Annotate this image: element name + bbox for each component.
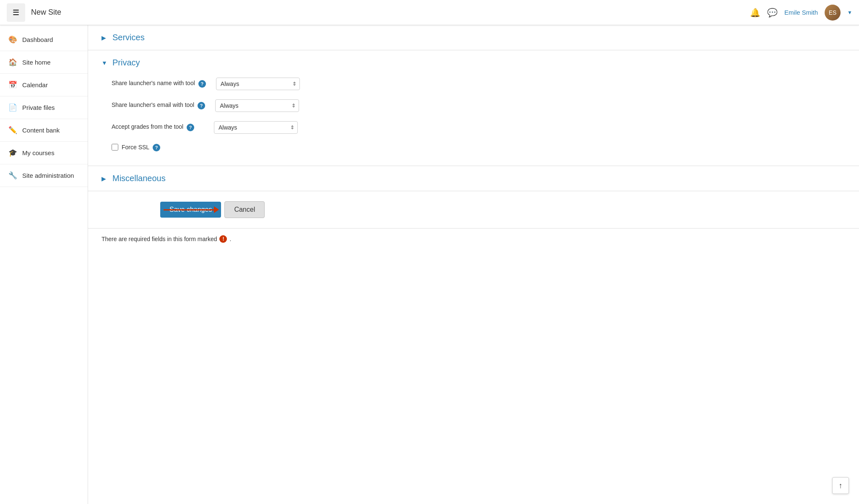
- arrow-indicator: [164, 206, 219, 213]
- graduation-icon: 🎓: [8, 148, 17, 157]
- required-icon: !: [219, 235, 227, 243]
- force-ssl-label[interactable]: Force SSL: [122, 144, 149, 151]
- miscellaneous-section-title: Miscellaneous: [112, 174, 166, 183]
- required-fields-notice: There are required fields in this form m…: [88, 229, 859, 249]
- share-name-select-wrapper: Always Never Ask ⇕: [216, 78, 300, 90]
- notification-icon[interactable]: 🔔: [750, 8, 760, 18]
- accept-grades-help-icon[interactable]: ?: [187, 124, 194, 131]
- privacy-chevron-icon: ▼: [102, 60, 108, 66]
- sidebar-label-site-admin: Site administration: [22, 172, 74, 179]
- force-ssl-row: Force SSL ?: [102, 143, 846, 151]
- pencil-icon: ✏️: [8, 126, 17, 135]
- header-right: 🔔 💬 Emile Smith ES ▼: [750, 5, 852, 21]
- share-email-select-wrapper: Always Never Ask ⇕: [215, 99, 299, 112]
- share-name-select[interactable]: Always Never Ask: [216, 78, 300, 90]
- wrench-icon: 🔧: [8, 171, 17, 180]
- sidebar-label-my-courses: My courses: [22, 149, 55, 156]
- sidebar-label-calendar: Calendar: [22, 81, 48, 88]
- username-link[interactable]: Emile Smith: [784, 9, 818, 16]
- accept-grades-select[interactable]: Always Never Ask: [214, 121, 298, 134]
- share-name-help-icon[interactable]: ?: [198, 80, 206, 88]
- sidebar-label-site-home: Site home: [22, 59, 51, 66]
- share-email-label: Share launcher's email with tool: [112, 101, 194, 109]
- sidebar-item-site-admin[interactable]: 🔧 Site administration: [0, 164, 88, 187]
- sidebar-label-private-files: Private files: [22, 104, 55, 111]
- arrow-head: [214, 206, 219, 213]
- dashboard-icon: 🎨: [8, 35, 17, 44]
- privacy-section-header[interactable]: ▼ Privacy: [102, 58, 846, 68]
- accept-grades-row: Accept grades from the tool ? Always Nev…: [102, 121, 846, 134]
- share-name-label-group: Share launcher's name with tool ?: [112, 78, 206, 88]
- sidebar-label-dashboard: Dashboard: [22, 36, 53, 43]
- share-email-row: Share launcher's email with tool ? Alway…: [102, 99, 846, 112]
- sidebar-item-my-courses[interactable]: 🎓 My courses: [0, 142, 88, 164]
- required-notice-text: There are required fields in this form m…: [102, 236, 217, 242]
- privacy-section: ▼ Privacy Share launcher's name with too…: [88, 50, 859, 166]
- menu-toggle-button[interactable]: ☰: [7, 3, 25, 22]
- miscellaneous-chevron-icon: ▶: [102, 175, 108, 182]
- share-name-label: Share launcher's name with tool: [112, 79, 195, 88]
- accept-grades-select-wrapper: Always Never Ask ⇕: [214, 121, 298, 134]
- header: ☰ New Site 🔔 💬 Emile Smith ES ▼: [0, 0, 859, 25]
- miscellaneous-section: ▶ Miscellaneous: [88, 166, 859, 191]
- avatar[interactable]: ES: [825, 5, 841, 21]
- sidebar-item-site-home[interactable]: 🏠 Site home: [0, 51, 88, 74]
- privacy-section-title: Privacy: [112, 58, 140, 68]
- form-buttons-section: Save changes Cancel: [88, 191, 859, 229]
- sidebar-item-private-files[interactable]: 📄 Private files: [0, 96, 88, 119]
- services-section-title: Services: [112, 33, 145, 42]
- miscellaneous-section-header[interactable]: ▶ Miscellaneous: [102, 174, 846, 183]
- sidebar-label-content-bank: Content bank: [22, 127, 60, 134]
- force-ssl-help-icon[interactable]: ?: [153, 144, 160, 151]
- services-chevron-icon: ▶: [102, 34, 108, 41]
- main-content: ▶ Services ▼ Privacy Share launcher's na…: [88, 25, 859, 504]
- share-name-row: Share launcher's name with tool ? Always…: [102, 78, 846, 90]
- calendar-icon: 📅: [8, 81, 17, 89]
- hamburger-icon: ☰: [13, 8, 19, 17]
- message-icon[interactable]: 💬: [767, 8, 778, 18]
- sidebar-item-calendar[interactable]: 📅 Calendar: [0, 74, 88, 96]
- scroll-to-top-button[interactable]: ↑: [832, 477, 849, 494]
- user-dropdown-arrow[interactable]: ▼: [847, 10, 852, 16]
- services-section: ▶ Services: [88, 25, 859, 50]
- services-section-header[interactable]: ▶ Services: [102, 33, 846, 42]
- cancel-button[interactable]: Cancel: [224, 201, 265, 218]
- layout: 🎨 Dashboard 🏠 Site home 📅 Calendar 📄 Pri…: [0, 25, 859, 504]
- sidebar-item-content-bank[interactable]: ✏️ Content bank: [0, 119, 88, 142]
- site-title: New Site: [31, 8, 61, 17]
- home-icon: 🏠: [8, 58, 17, 67]
- sidebar: 🎨 Dashboard 🏠 Site home 📅 Calendar 📄 Pri…: [0, 25, 88, 504]
- share-email-help-icon[interactable]: ?: [198, 102, 205, 109]
- file-icon: 📄: [8, 103, 17, 112]
- share-email-select[interactable]: Always Never Ask: [215, 99, 299, 112]
- share-email-label-group: Share launcher's email with tool ?: [112, 99, 205, 109]
- accept-grades-label-group: Accept grades from the tool ?: [112, 121, 204, 131]
- arrow-line: [164, 209, 214, 210]
- required-notice-period: .: [229, 236, 231, 242]
- sidebar-item-dashboard[interactable]: 🎨 Dashboard: [0, 29, 88, 51]
- accept-grades-label: Accept grades from the tool: [112, 123, 183, 131]
- force-ssl-checkbox[interactable]: [112, 144, 118, 151]
